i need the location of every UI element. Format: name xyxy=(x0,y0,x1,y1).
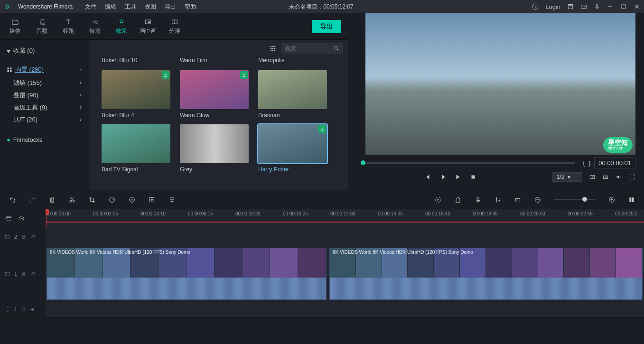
mic-icon[interactable] xyxy=(594,3,600,10)
undo-icon[interactable] xyxy=(9,196,16,204)
ruler-tick: 00:00:02:05 xyxy=(93,211,140,216)
zoom-fit-icon[interactable] xyxy=(514,196,522,204)
lock-icon[interactable] xyxy=(21,271,27,277)
timeline-clip[interactable]: 8K VIDEOS World 8K Videos HDR UltraHD (1… xyxy=(47,248,327,300)
sidebar-builtin[interactable]: 内置 (280) xyxy=(0,63,90,77)
minimize-icon[interactable] xyxy=(607,3,614,10)
timeline-ruler[interactable]: 00:00:00:0000:00:02:0500:00:04:1000:00:0… xyxy=(46,209,644,227)
snapshot-icon[interactable] xyxy=(602,174,609,180)
effect-card[interactable]: Harry Potter xyxy=(258,124,327,173)
search-input[interactable] xyxy=(281,43,334,54)
effect-label: Bad TV Signal xyxy=(102,166,170,173)
tab-audio[interactable]: 音频 xyxy=(28,18,55,35)
effect-thumb[interactable] xyxy=(180,70,249,109)
play-icon[interactable] xyxy=(439,174,446,180)
export-button[interactable]: 导出 xyxy=(312,20,341,33)
marker-icon[interactable] xyxy=(454,196,462,204)
music-icon xyxy=(38,18,46,26)
quality-icon[interactable] xyxy=(589,174,596,180)
zoom-in-icon[interactable] xyxy=(608,196,616,204)
sidebar-item-filters[interactable]: 滤镜 (155)› xyxy=(13,77,90,89)
sidebar-favorites[interactable]: 收藏 (0) xyxy=(0,44,90,58)
eye-icon[interactable] xyxy=(30,234,36,240)
tab-media[interactable]: 媒体 xyxy=(2,18,28,35)
mail-icon[interactable] xyxy=(580,3,587,10)
voiceover-icon[interactable] xyxy=(474,196,482,204)
menu-file[interactable]: 文件 xyxy=(85,3,96,11)
effect-thumb[interactable] xyxy=(258,70,327,109)
info-icon[interactable]: i xyxy=(532,3,539,10)
download-icon[interactable] xyxy=(162,71,169,79)
save-icon[interactable] xyxy=(567,3,574,10)
lock-icon[interactable] xyxy=(21,234,27,240)
login-button[interactable]: Login xyxy=(545,3,560,10)
add-track-icon[interactable] xyxy=(5,214,12,222)
mark-out[interactable]: } xyxy=(588,160,590,167)
stop-icon[interactable] xyxy=(470,174,476,180)
sidebar-item-overlays[interactable]: 叠覆 (90)› xyxy=(13,89,90,102)
tab-splitscreen[interactable]: 分屏 xyxy=(161,18,188,35)
menu-view[interactable]: 视图 xyxy=(145,3,156,11)
menu-edit[interactable]: 编辑 xyxy=(105,3,116,11)
timeline: 00:00:00:0000:00:02:0500:00:04:1000:00:0… xyxy=(0,209,644,344)
maximize-icon[interactable] xyxy=(620,3,627,10)
timeline-clip[interactable]: 8K VIDEOS World 8K Videos HDR UltraHD (1… xyxy=(329,248,643,300)
effect-card[interactable]: Warm Glow xyxy=(180,70,249,119)
prev-frame-icon[interactable] xyxy=(424,174,431,180)
color-icon[interactable] xyxy=(128,196,136,204)
preview-scrubber[interactable] xyxy=(361,162,575,164)
sidebar-item-advanced[interactable]: 高级工具 (9)› xyxy=(13,102,90,114)
effect-thumb[interactable] xyxy=(258,124,327,163)
eye-icon[interactable] xyxy=(30,271,36,277)
svg-rect-14 xyxy=(8,70,9,72)
green-screen-icon[interactable] xyxy=(148,196,156,204)
menu-tools[interactable]: 工具 xyxy=(125,3,136,11)
next-frame-icon[interactable] xyxy=(455,174,461,180)
menu-help[interactable]: 帮助 xyxy=(185,3,196,11)
adjust-icon[interactable] xyxy=(168,196,176,204)
effect-thumb[interactable] xyxy=(180,124,249,163)
sidebar-item-lut[interactable]: LUT (26)› xyxy=(13,114,90,125)
effect-thumb[interactable] xyxy=(102,70,170,109)
download-icon[interactable] xyxy=(318,125,326,133)
tab-titles[interactable]: 标题 xyxy=(55,18,82,35)
tab-effects[interactable]: 效果 xyxy=(108,18,135,35)
track-body-v1[interactable]: 8K VIDEOS World 8K Videos HDR UltraHD (1… xyxy=(46,246,644,301)
search-icon[interactable] xyxy=(334,46,339,51)
delete-icon[interactable] xyxy=(48,196,56,204)
svg-point-17 xyxy=(272,46,274,47)
redo-icon[interactable] xyxy=(28,196,36,204)
grid-view-icon[interactable] xyxy=(269,45,277,52)
zoom-out-icon[interactable] xyxy=(534,196,541,204)
effect-card[interactable]: Bokeh Blur 4 xyxy=(102,70,170,119)
speed-icon[interactable] xyxy=(108,196,116,204)
link-icon[interactable] xyxy=(18,214,26,222)
crop-icon[interactable] xyxy=(88,196,96,204)
tab-transitions[interactable]: 转场 xyxy=(82,18,108,35)
effect-thumb[interactable] xyxy=(102,124,170,163)
menu-export[interactable]: 导出 xyxy=(165,3,176,11)
svg-rect-56 xyxy=(6,272,10,275)
svg-point-24 xyxy=(274,50,276,51)
speaker-icon[interactable] xyxy=(30,307,36,312)
track-body-a1[interactable] xyxy=(46,301,644,317)
split-clip-icon[interactable] xyxy=(68,196,76,204)
tab-pip[interactable]: 画中画 xyxy=(135,18,161,35)
render-icon[interactable] xyxy=(434,196,442,204)
preview-frame[interactable]: 星空知xkzhi.cn xyxy=(365,13,635,155)
timeline-settings-icon[interactable] xyxy=(628,196,635,204)
fullscreen-icon[interactable] xyxy=(629,174,635,180)
effect-card[interactable]: Bad TV Signal xyxy=(102,124,170,173)
download-icon[interactable] xyxy=(240,71,248,79)
preview-zoom-select[interactable]: 1/2 ▾ xyxy=(552,172,582,182)
effect-card[interactable]: Grey xyxy=(180,124,249,173)
close-icon[interactable] xyxy=(634,3,640,10)
timeline-zoom-slider[interactable] xyxy=(554,199,596,200)
lock-icon[interactable] xyxy=(21,307,27,312)
effect-card[interactable]: Brannan xyxy=(258,70,327,119)
mark-in[interactable]: { xyxy=(583,160,585,167)
track-body-v2[interactable] xyxy=(46,227,644,246)
mixer-icon[interactable] xyxy=(494,196,502,204)
sidebar-filmstocks[interactable]: Filmstocks xyxy=(0,131,90,148)
volume-icon[interactable] xyxy=(616,174,622,180)
